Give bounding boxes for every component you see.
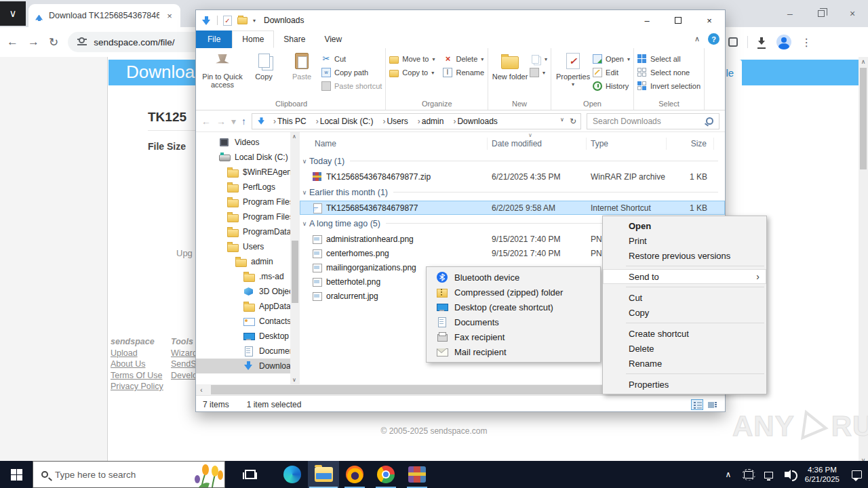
browser-minimize-button[interactable]: –: [774, 0, 806, 27]
scroll-up-icon[interactable]: ∧: [859, 58, 868, 65]
details-view-button[interactable]: [691, 399, 703, 410]
copy-to-button[interactable]: Copy to▾: [389, 66, 435, 79]
column-size[interactable]: Size: [667, 138, 714, 150]
context-menu-item[interactable]: Open: [603, 218, 766, 233]
maximize-button[interactable]: [663, 10, 694, 30]
easy-access-button[interactable]: ▾: [530, 66, 547, 79]
footer-link[interactable]: About Us: [111, 359, 163, 370]
menu-item-fax-recipient[interactable]: Fax recipient: [427, 329, 600, 344]
extensions-icon[interactable]: [728, 37, 738, 47]
browser-close-button[interactable]: ×: [837, 0, 868, 27]
copy-path-button[interactable]: wCopy path: [321, 66, 382, 79]
menu-item-mail-recipient[interactable]: Mail recipient: [427, 344, 600, 359]
sidebar-item[interactable]: $WinREAgent: [196, 165, 290, 180]
anyrun-monitor-icon[interactable]: [738, 461, 759, 488]
menu-item-bluetooth[interactable]: Bluetooth device: [427, 270, 600, 285]
help-icon[interactable]: ?: [708, 33, 719, 45]
context-menu-item[interactable]: Delete: [603, 341, 766, 356]
footer-link[interactable]: Wizard: [171, 348, 197, 359]
search-icon[interactable]: [706, 117, 713, 125]
network-icon[interactable]: [759, 461, 779, 488]
invert-selection-button[interactable]: Invert selection: [637, 79, 701, 93]
minimize-button[interactable]: –: [631, 10, 663, 30]
volume-icon[interactable]: [779, 461, 800, 488]
sidebar-item[interactable]: Program Files: [196, 209, 290, 224]
open-button[interactable]: Open▾: [593, 52, 630, 66]
footer-link[interactable]: Upload: [111, 348, 163, 359]
sidebar-item[interactable]: Program Files: [196, 195, 290, 209]
context-menu-item[interactable]: [603, 320, 766, 326]
recent-locations-icon[interactable]: ▾: [231, 116, 236, 127]
taskbar-search-input[interactable]: Type here to search: [33, 461, 225, 488]
close-button[interactable]: ×: [694, 10, 725, 30]
address-dropdown-icon[interactable]: ∨: [560, 117, 564, 126]
profile-avatar[interactable]: [776, 35, 791, 49]
browser-tab[interactable]: Download TK125685436784679 ×: [28, 4, 180, 27]
tab-close-icon[interactable]: ×: [164, 10, 175, 21]
table-row[interactable]: ∨ TK125685436784679877.zip6/21/2025 4:35…: [300, 169, 725, 184]
browser-reload-button[interactable]: ↻: [49, 35, 58, 49]
up-button[interactable]: ↑: [241, 116, 246, 127]
scrollbar-thumb[interactable]: [292, 241, 298, 303]
browser-back-button[interactable]: ←: [7, 35, 18, 49]
new-item-button[interactable]: ▾: [530, 52, 547, 66]
sidebar-item[interactable]: Downloads: [196, 359, 290, 373]
downloads-icon[interactable]: [757, 37, 767, 47]
sidebar-item[interactable]: Desktop: [196, 329, 290, 344]
history-button[interactable]: History: [593, 79, 630, 93]
properties-quickaccess-icon[interactable]: ✓: [223, 16, 232, 26]
paste-button[interactable]: Paste: [283, 50, 320, 81]
tab-share[interactable]: Share: [274, 30, 315, 48]
paste-shortcut-button[interactable]: Paste shortcut: [321, 79, 382, 93]
clock[interactable]: 4:36 PM 6/21/2025: [800, 465, 845, 484]
group-collapse-icon[interactable]: ∨: [300, 189, 309, 196]
context-menu-item[interactable]: [603, 284, 766, 290]
delete-button[interactable]: ×Delete▾: [443, 52, 484, 66]
context-menu-item[interactable]: Cut: [603, 290, 766, 305]
collapse-ribbon-icon[interactable]: ∧: [694, 35, 700, 43]
pin-to-quick-access-button[interactable]: Pin to Quick access: [201, 50, 244, 89]
breadcrumb-bar[interactable]: This PCLocal Disk (C:)UsersadminDownload…: [252, 113, 581, 129]
context-menu-item[interactable]: Properties: [603, 377, 766, 392]
group-collapse-icon[interactable]: ∨: [300, 158, 309, 165]
cut-button[interactable]: ✂Cut: [321, 52, 382, 66]
tab-home[interactable]: Home: [232, 30, 274, 48]
newfolder-quickaccess-icon[interactable]: [237, 17, 248, 24]
group-collapse-icon[interactable]: ∨: [300, 220, 309, 227]
sidebar-item[interactable]: admin: [196, 254, 290, 269]
sidebar-scrollbar[interactable]: ∧ ∨: [290, 132, 300, 384]
context-menu-item[interactable]: Create shortcut: [603, 326, 766, 341]
context-menu-item[interactable]: Restore previous versions: [603, 248, 766, 263]
scroll-left-icon[interactable]: ‹: [196, 386, 207, 394]
hidden-icons-chevron[interactable]: ∧: [718, 461, 738, 488]
breadcrumb-item[interactable]: This PC: [268, 117, 311, 126]
taskbar-winrar-button[interactable]: [401, 461, 433, 488]
column-date-modified[interactable]: ∨Date modified: [488, 138, 587, 150]
breadcrumb-item[interactable]: Local Disk (C:): [311, 117, 378, 126]
taskbar-edge-button[interactable]: [277, 461, 308, 488]
table-row[interactable]: ∨ Earlier this month (1): [300, 184, 725, 201]
browser-forward-button[interactable]: →: [28, 35, 39, 49]
thumbnails-view-button[interactable]: [706, 399, 718, 410]
column-type[interactable]: Type: [587, 138, 667, 150]
context-menu-item[interactable]: [603, 371, 766, 377]
breadcrumb-item[interactable]: Users: [377, 117, 412, 126]
edit-button[interactable]: Edit: [593, 66, 630, 79]
context-menu-item[interactable]: Rename: [603, 356, 766, 371]
scrollbar-thumb[interactable]: [211, 385, 627, 394]
copy-button[interactable]: Copy: [245, 50, 282, 81]
browser-menu-icon[interactable]: ⋮: [801, 36, 812, 49]
footer-link[interactable]: SendS: [171, 359, 197, 370]
browser-restore-button[interactable]: [806, 0, 837, 27]
move-to-button[interactable]: Move to▾: [389, 52, 435, 66]
search-input[interactable]: Search Downloads: [587, 113, 719, 129]
menu-item-documents[interactable]: Documents: [427, 314, 600, 329]
column-name[interactable]: Name: [300, 138, 488, 150]
taskbar-firefox-button[interactable]: [339, 461, 370, 488]
sidebar-item[interactable]: Users: [196, 239, 290, 254]
forward-button[interactable]: →: [216, 116, 226, 127]
menu-item-zipped-folder[interactable]: Compressed (zipped) folder: [427, 285, 600, 300]
start-button[interactable]: [0, 461, 33, 488]
rename-button[interactable]: Rename: [443, 66, 484, 79]
footer-link[interactable]: Develo: [171, 370, 197, 382]
